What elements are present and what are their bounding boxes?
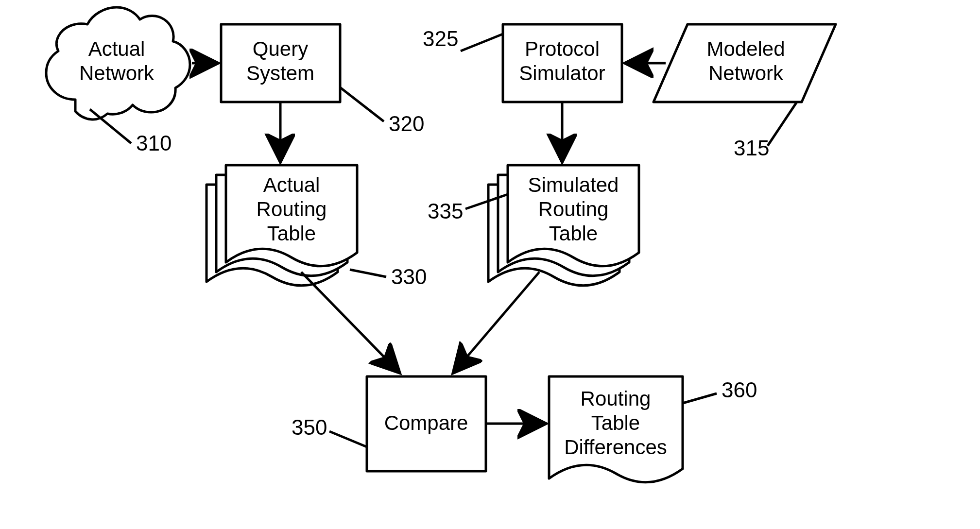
ref-310: 310 [136, 131, 172, 155]
diagram-canvas: Actual Network 310 Query System 320 Prot… [0, 0, 980, 529]
ref-315: 315 [734, 136, 769, 160]
node-query-system: Query System [221, 24, 340, 102]
label: Differences [564, 436, 667, 459]
node-differences: Routing Table Differences [549, 376, 683, 482]
arrow-simrt-to-compare [454, 272, 539, 372]
label: System [246, 62, 314, 85]
label: Routing [538, 198, 609, 221]
label: Simulated [528, 173, 619, 196]
ref-330: 330 [391, 265, 427, 289]
label: Routing [581, 387, 651, 410]
ref-320: 320 [389, 112, 424, 136]
node-actual-routing-table: Actual Routing Table [206, 165, 357, 286]
label: Protocol [525, 37, 600, 60]
label: Table [267, 222, 316, 245]
label: Query [253, 37, 308, 60]
ref-360: 360 [722, 378, 757, 402]
node-compare: Compare [367, 376, 486, 471]
label: Compare [384, 411, 468, 434]
node-actual-network: Actual Network [46, 7, 190, 119]
label: Actual [263, 173, 320, 196]
node-protocol-simulator: Protocol Simulator [503, 24, 622, 102]
label: Simulator [519, 62, 605, 85]
ref-325: 325 [423, 27, 458, 51]
ref-350: 350 [292, 415, 327, 439]
label: Actual [88, 37, 145, 60]
label: Modeled [706, 37, 785, 60]
label: Network [79, 62, 155, 85]
ref-335: 335 [428, 199, 463, 223]
node-modeled-network: Modeled Network [653, 24, 836, 102]
node-simulated-routing-table: Simulated Routing Table [488, 165, 639, 286]
arrow-actualrt-to-compare [301, 272, 398, 372]
label: Network [708, 62, 784, 85]
label: Table [591, 411, 640, 434]
label: Routing [257, 198, 327, 221]
label: Table [549, 222, 598, 245]
